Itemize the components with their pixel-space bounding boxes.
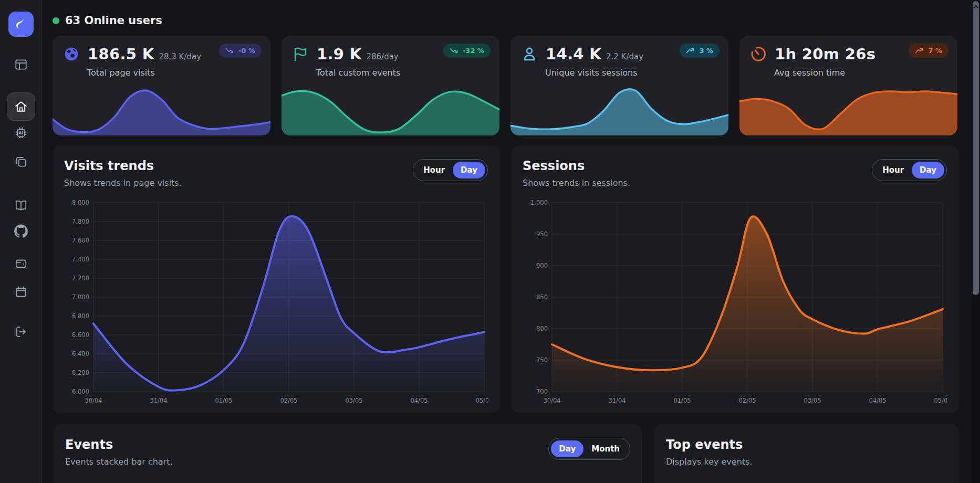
- funnel-logo-icon: [13, 16, 29, 32]
- sidebar-item-ai[interactable]: AI: [14, 126, 28, 140]
- toggle-option-day[interactable]: Day: [551, 440, 583, 457]
- visits-trends-chart: 8.0007.8007.6007.4007.2007.0006.8006.600…: [64, 196, 488, 407]
- sparkline-avg-session: [739, 86, 957, 135]
- svg-text:03/05: 03/05: [804, 397, 821, 404]
- toggle-option-month[interactable]: Month: [583, 440, 628, 457]
- top-events-card: Top events Displays key events.: [653, 424, 959, 483]
- trend-up-icon: [915, 47, 924, 54]
- top-events-title: Top events: [666, 437, 946, 452]
- sidebar-item-logout[interactable]: [14, 325, 28, 339]
- trend-badge: 3 %: [680, 44, 720, 58]
- svg-text:04/05: 04/05: [410, 397, 428, 404]
- toggle-option-hour[interactable]: Hour: [415, 162, 453, 178]
- svg-text:7.200: 7.200: [72, 275, 89, 282]
- svg-text:6.000: 6.000: [72, 388, 89, 395]
- wallet-icon: [14, 257, 28, 270]
- bottom-row: Events Events stacked bar chart. Day Mon…: [53, 424, 959, 483]
- calendar-icon: [14, 285, 28, 299]
- online-users-label: 63 Online users: [65, 14, 162, 27]
- sidebar-item-wallet[interactable]: [14, 257, 28, 270]
- logout-icon: [14, 325, 28, 339]
- svg-text:950: 950: [536, 230, 548, 238]
- stat-label: Total custom events: [282, 63, 499, 78]
- stat-rate: 2.2 K/day: [606, 52, 643, 61]
- scrollbar-thumb[interactable]: [973, 1, 979, 295]
- sidebar-item-copy[interactable]: [14, 155, 28, 169]
- stat-rate: 286/day: [366, 52, 398, 61]
- trend-down-icon: [225, 47, 234, 54]
- visits-period-toggle: Hour Day: [413, 159, 488, 181]
- trend-badge: -0 %: [219, 44, 262, 58]
- sidebar-item-panels[interactable]: [14, 58, 28, 71]
- stat-cards-row: 186.5 K 28.3 K/day Total page visits -0 …: [53, 36, 959, 135]
- main-content: 63 Online users 186.5 K 28.3 K/day: [53, 0, 959, 483]
- svg-text:02/05: 02/05: [738, 397, 756, 404]
- stat-card-total-custom-events: 1.9 K 286/day Total custom events -32 %: [282, 36, 499, 135]
- stat-card-avg-session-time: 1h 20m 26s Avg session time 7 %: [739, 36, 957, 135]
- trend-down-icon: [450, 47, 458, 54]
- vertical-scrollbar: [972, 0, 980, 483]
- stat-value: 14.4 K: [546, 45, 601, 63]
- svg-text:850: 850: [536, 293, 548, 301]
- svg-text:6.800: 6.800: [72, 312, 89, 320]
- app-logo[interactable]: [8, 12, 34, 37]
- toggle-option-day[interactable]: Day: [453, 162, 485, 178]
- online-users-header: 63 Online users: [53, 0, 959, 27]
- online-status-dot: [53, 17, 59, 24]
- svg-text:7.400: 7.400: [72, 256, 89, 263]
- svg-text:02/05: 02/05: [280, 397, 297, 404]
- events-period-toggle: Day Month: [548, 438, 630, 460]
- svg-text:7.000: 7.000: [72, 293, 89, 301]
- svg-text:7.800: 7.800: [72, 218, 89, 225]
- events-title: Events: [65, 437, 630, 452]
- stat-card-total-page-visits: 186.5 K 28.3 K/day Total page visits -0 …: [53, 36, 270, 135]
- stat-value: 186.5 K: [88, 45, 154, 63]
- sidebar-item-docs[interactable]: [14, 198, 28, 212]
- sidebar-item-home-active[interactable]: [7, 92, 35, 121]
- top-events-subtitle: Displays key events.: [666, 457, 946, 467]
- svg-text:03/05: 03/05: [345, 397, 362, 404]
- svg-text:01/05: 01/05: [215, 397, 232, 404]
- ai-chip-icon: AI: [14, 126, 28, 140]
- svg-text:6.200: 6.200: [72, 369, 89, 376]
- sidebar-item-github[interactable]: [14, 224, 28, 238]
- stat-rate: 28.3 K/day: [159, 52, 201, 61]
- stat-label: Avg session time: [739, 63, 957, 78]
- svg-text:1.000: 1.000: [530, 199, 548, 206]
- sessions-period-toggle: Hour Day: [872, 159, 947, 181]
- sessions-card: Sessions Shows trends in sessions. Hour …: [511, 145, 959, 413]
- sparkline-page-visits: [53, 86, 270, 135]
- globe-icon: [62, 45, 80, 63]
- stat-card-unique-sessions: 14.4 K 2.2 K/day Unique visits sessions …: [510, 36, 728, 135]
- toggle-option-day[interactable]: Day: [912, 162, 944, 178]
- svg-text:700: 700: [536, 388, 548, 395]
- svg-text:AI: AI: [18, 130, 23, 135]
- svg-text:800: 800: [536, 325, 548, 332]
- svg-text:8.000: 8.000: [72, 199, 89, 206]
- stat-label: Total page visits: [53, 63, 270, 78]
- scroll-up-icon[interactable]: [974, 5, 979, 10]
- flag-icon: [291, 45, 309, 63]
- svg-text:30/04: 30/04: [85, 397, 102, 404]
- trend-up-icon: [686, 47, 695, 54]
- home-icon: [14, 100, 28, 113]
- svg-text:31/04: 31/04: [608, 397, 625, 404]
- svg-text:6.600: 6.600: [72, 331, 89, 339]
- events-subtitle: Events stacked bar chart.: [65, 457, 630, 467]
- user-icon: [520, 45, 538, 63]
- trend-badge: 7 %: [909, 44, 948, 58]
- svg-text:31/04: 31/04: [150, 397, 167, 404]
- sparkline-unique-sessions: [510, 86, 728, 135]
- sparkline-custom-events: [282, 86, 499, 135]
- toggle-option-hour[interactable]: Hour: [874, 162, 912, 178]
- visits-trends-card: Visits trends Shows trends in page visit…: [53, 145, 500, 413]
- svg-text:01/05: 01/05: [673, 397, 691, 404]
- sessions-chart: 1.00095090085080075070030/0431/0401/0502…: [523, 196, 947, 407]
- svg-text:04/05: 04/05: [869, 397, 886, 404]
- charts-row: Visits trends Shows trends in page visit…: [53, 145, 959, 413]
- svg-text:7.600: 7.600: [72, 237, 89, 244]
- svg-text:900: 900: [536, 262, 548, 269]
- svg-text:750: 750: [536, 356, 548, 364]
- sidebar-item-calendar[interactable]: [14, 285, 28, 299]
- svg-text:30/04: 30/04: [543, 397, 560, 404]
